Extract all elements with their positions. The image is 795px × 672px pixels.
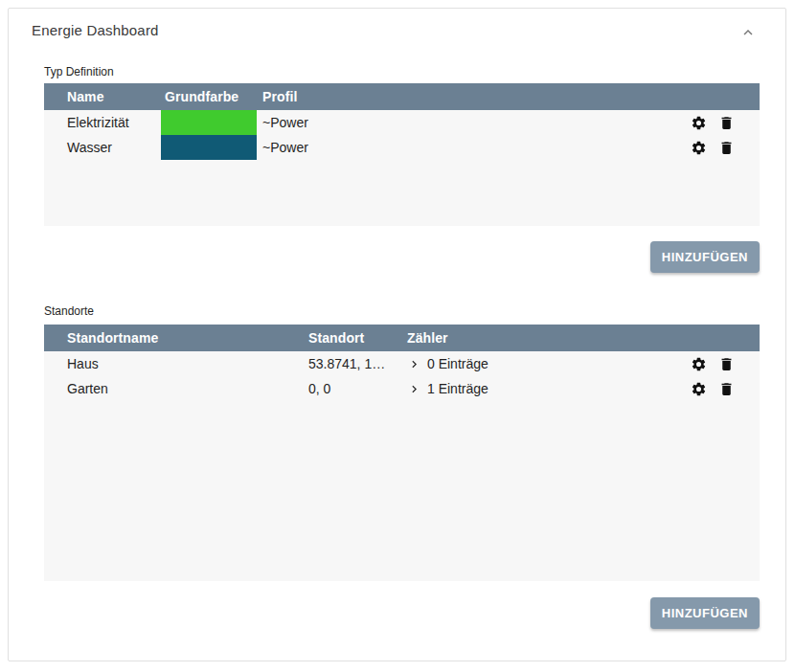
column-header-standort: Standort bbox=[308, 330, 407, 346]
column-header-grundfarbe: Grundfarbe bbox=[161, 89, 257, 104]
standorte-header-row: Standortname Standort Zähler bbox=[44, 325, 760, 351]
typ-name: Wasser bbox=[67, 140, 161, 155]
color-swatch bbox=[161, 135, 257, 160]
standort-name: Haus bbox=[67, 356, 308, 371]
zaehler-count: 0 Einträge bbox=[427, 356, 488, 371]
standort-coords: 53.8741, 1… bbox=[308, 356, 407, 371]
table-row-elektrizitaet: Elektrizität ~Power bbox=[44, 110, 760, 135]
typ-definition-section: Typ Definition Name Grundfarbe Profil El… bbox=[44, 65, 760, 273]
delete-icon[interactable] bbox=[718, 381, 735, 397]
settings-icon[interactable] bbox=[691, 356, 707, 372]
column-header-name: Name bbox=[67, 89, 161, 104]
standorte-section: Standorte Standortname Standort Zähler H… bbox=[44, 304, 760, 629]
energie-dashboard-panel: Energie Dashboard Typ Definition Name Gr… bbox=[8, 8, 786, 661]
standorte-table: Standortname Standort Zähler Haus 53.874… bbox=[44, 325, 760, 581]
zaehler-cell: 0 Einträge bbox=[407, 356, 683, 371]
settings-icon[interactable] bbox=[691, 140, 707, 156]
standorte-actions: HINZUFÜGEN bbox=[44, 597, 760, 629]
typ-profil: ~Power bbox=[257, 115, 683, 130]
row-actions bbox=[691, 115, 735, 131]
typ-definition-label: Typ Definition bbox=[44, 65, 760, 78]
color-swatch bbox=[161, 110, 257, 135]
table-row-wasser: Wasser ~Power bbox=[44, 135, 760, 160]
page-title: Energie Dashboard bbox=[32, 22, 159, 38]
standort-coords: 0, 0 bbox=[308, 381, 407, 396]
zaehler-cell: 1 Einträge bbox=[407, 381, 683, 396]
typ-name: Elektrizität bbox=[67, 115, 161, 130]
panel-header: Energie Dashboard bbox=[9, 9, 785, 43]
row-actions bbox=[691, 381, 735, 397]
standort-name: Garten bbox=[67, 381, 308, 396]
typ-profil: ~Power bbox=[257, 140, 683, 155]
typ-definition-actions: HINZUFÜGEN bbox=[44, 241, 760, 273]
zaehler-count: 1 Einträge bbox=[427, 381, 488, 396]
typ-definition-header-row: Name Grundfarbe Profil bbox=[44, 83, 760, 110]
add-standort-button[interactable]: HINZUFÜGEN bbox=[650, 597, 760, 629]
panel-content: Typ Definition Name Grundfarbe Profil El… bbox=[9, 65, 785, 629]
settings-icon[interactable] bbox=[691, 381, 707, 397]
delete-icon[interactable] bbox=[718, 115, 735, 131]
delete-icon[interactable] bbox=[718, 356, 735, 372]
column-header-profil: Profil bbox=[257, 89, 683, 104]
collapse-chevron-up-icon[interactable] bbox=[738, 22, 759, 43]
column-header-standortname: Standortname bbox=[67, 330, 308, 346]
chevron-right-icon[interactable] bbox=[407, 357, 421, 371]
settings-icon[interactable] bbox=[691, 115, 707, 131]
table-row-haus: Haus 53.8741, 1… 0 Einträge bbox=[44, 351, 760, 376]
row-actions bbox=[691, 356, 735, 372]
typ-color-cell bbox=[161, 135, 257, 160]
chevron-right-icon[interactable] bbox=[407, 382, 421, 396]
typ-definition-table: Name Grundfarbe Profil Elektrizität ~Pow… bbox=[44, 83, 760, 226]
standorte-label: Standorte bbox=[44, 304, 760, 318]
typ-color-cell bbox=[161, 110, 257, 135]
row-actions bbox=[691, 140, 735, 156]
add-typ-button[interactable]: HINZUFÜGEN bbox=[650, 241, 760, 273]
table-row-garten: Garten 0, 0 1 Einträge bbox=[44, 376, 760, 401]
column-header-zaehler: Zähler bbox=[407, 330, 683, 346]
delete-icon[interactable] bbox=[718, 140, 735, 156]
